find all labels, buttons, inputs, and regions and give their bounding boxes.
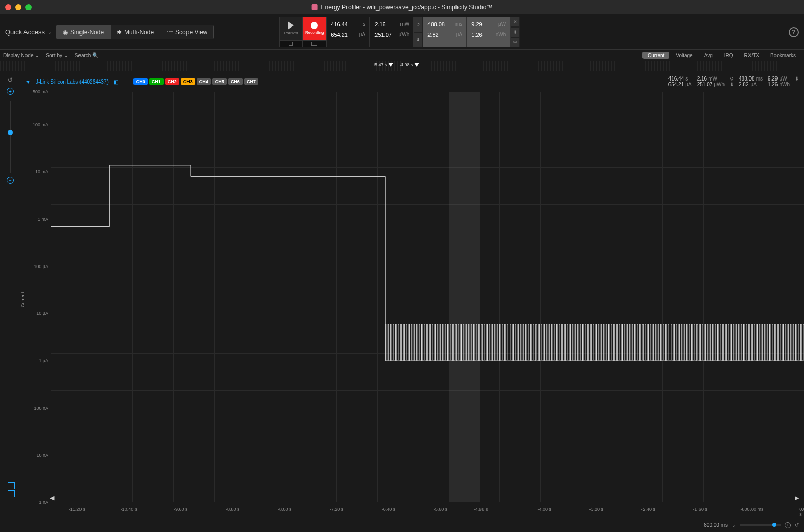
- recording-label: Recording: [305, 30, 324, 35]
- y-zoom-slider[interactable]: [10, 101, 11, 173]
- zoom-in-x[interactable]: +: [785, 522, 791, 528]
- wave-icon: 〰: [167, 29, 173, 36]
- y-tick-label: 100 nA: [34, 406, 48, 411]
- multi-node-label: Multi-Node: [124, 29, 154, 36]
- zoom-out-y[interactable]: −: [7, 177, 14, 184]
- device-link[interactable]: J-Link Silicon Labs (440264437): [36, 79, 109, 85]
- y-tick-label: 100 µA: [34, 264, 48, 269]
- single-node-button[interactable]: ◉ Single-Node: [56, 25, 111, 39]
- y-axis-title: Current: [20, 292, 25, 307]
- sel-metrics-2: 9.29µW 1.26nWh: [467, 17, 511, 47]
- y-tick-label: 1 mA: [38, 217, 48, 222]
- sel-power-unit: µW: [498, 21, 506, 27]
- save-icon[interactable]: ⬇: [414, 32, 423, 47]
- channel-ch5[interactable]: CH5: [212, 78, 227, 85]
- chart-header: ▼ J-Link Silicon Labs (440264437) ◧ CH0 …: [20, 71, 804, 92]
- undo-icon[interactable]: ↺: [8, 76, 13, 84]
- window-maximize[interactable]: [25, 4, 32, 10]
- sub-toggle-1[interactable]: [279, 40, 303, 47]
- x-tick-label: -1.60 s: [693, 507, 707, 512]
- x-tick-label: -7.20 s: [330, 507, 344, 512]
- sel-time-unit: ms: [455, 21, 462, 27]
- zoom-in-y[interactable]: +: [7, 88, 14, 95]
- collapse-triangle-icon[interactable]: ▼: [25, 79, 31, 85]
- marker-triangle-icon: [388, 63, 393, 67]
- sort-by-menu[interactable]: Sort by ⌄: [46, 52, 67, 58]
- main-energy-val: 251.07: [374, 32, 392, 38]
- record-icon: [311, 22, 318, 29]
- metrics-current-energy: 2.16mW 251.07µWh: [370, 17, 414, 47]
- channel-ch6[interactable]: CH6: [228, 78, 243, 85]
- y-toggle-2[interactable]: [8, 482, 15, 489]
- play-icon: [288, 21, 294, 30]
- clip-sel-icon[interactable]: ✂: [511, 37, 520, 47]
- channel-ch0[interactable]: CH0: [133, 78, 148, 85]
- x-tick-label: -8.80 s: [226, 507, 240, 512]
- search-button[interactable]: Search 🔍: [75, 52, 98, 58]
- scroll-right-icon[interactable]: ▶: [795, 495, 799, 501]
- x-tick-label: -4.98 s: [474, 507, 488, 512]
- main-time-unit: s: [363, 21, 365, 27]
- tab-bookmarks[interactable]: Bookmarks: [765, 52, 801, 59]
- tab-voltage[interactable]: Voltage: [671, 52, 698, 59]
- x-zoom-slider[interactable]: [740, 524, 781, 526]
- chevron-down-icon[interactable]: ⌄: [732, 522, 736, 528]
- header-metrics: 416.44 s654.21 µA 2.16 mW251.07 µWh ↺⬇ 4…: [668, 76, 799, 87]
- play-button[interactable]: Paused: [279, 17, 303, 40]
- y-toggle-1[interactable]: [8, 490, 15, 497]
- y-axis-controls: ↺ + −: [0, 71, 20, 518]
- scroll-left-icon[interactable]: ◀: [50, 495, 54, 501]
- main-chart-area: ↺ + − ▼ J-Link Silicon Labs (440264437) …: [0, 71, 804, 518]
- multi-node-button[interactable]: ✱ Multi-Node: [111, 25, 160, 39]
- close-sel-icon[interactable]: ✕: [511, 17, 520, 27]
- scope-view-button[interactable]: 〰 Scope View: [160, 25, 214, 39]
- record-button[interactable]: Recording: [303, 17, 326, 40]
- main-power-unit: mW: [400, 21, 409, 27]
- y-tick-label: 500 mA: [33, 89, 48, 94]
- tab-irq[interactable]: IRQ: [719, 52, 738, 59]
- channel-ch3[interactable]: CH3: [181, 78, 195, 85]
- sub-toggle-2[interactable]: [303, 40, 326, 47]
- x-tick-label: -6.40 s: [382, 507, 396, 512]
- tab-avg[interactable]: Avg: [699, 52, 718, 59]
- app-icon: [312, 4, 318, 10]
- x-tick-label: 0.00 s: [799, 507, 804, 517]
- display-node-menu[interactable]: Display Node ⌄: [3, 52, 39, 58]
- sel-current-val: 2.82: [427, 32, 438, 38]
- plot-area[interactable]: [51, 92, 804, 502]
- channel-ch7[interactable]: CH7: [244, 78, 258, 85]
- x-tick-label: -5.60 s: [434, 507, 448, 512]
- channel-ch4[interactable]: CH4: [197, 78, 211, 85]
- reset-zoom-icon[interactable]: ↺: [795, 522, 799, 528]
- sel-energy-val: 1.26: [471, 32, 482, 38]
- tab-current[interactable]: Current: [642, 52, 669, 59]
- current-trace: [51, 92, 804, 502]
- channel-ch2[interactable]: CH2: [165, 78, 179, 85]
- x-tick-label: -10.40 s: [121, 507, 138, 512]
- channel-ch1[interactable]: CH1: [149, 78, 164, 85]
- metrics-time-power: 416.44s 654.21µA: [326, 17, 370, 47]
- single-node-label: Single-Node: [70, 29, 104, 36]
- reset-icon[interactable]: ↺: [414, 17, 423, 32]
- target-icon: ◉: [63, 29, 68, 36]
- y-tick-label: 10 mA: [35, 169, 48, 174]
- window-minimize[interactable]: [15, 4, 21, 10]
- ruler-marker-1[interactable]: -5.47 s: [373, 62, 393, 67]
- marker-triangle-icon: [414, 63, 419, 67]
- chart-container: ▼ J-Link Silicon Labs (440264437) ◧ CH0 …: [20, 71, 804, 518]
- window-title: Energy Profiler - wifi_powersave_jcc/app…: [321, 4, 493, 11]
- y-axis-labels: Current 500 mA100 mA10 mA1 mA100 µA10 µA…: [20, 92, 51, 502]
- quick-access-menu[interactable]: Quick Access ⌄: [5, 28, 52, 36]
- tab-rxtx[interactable]: RX/TX: [739, 52, 764, 59]
- window-close[interactable]: [5, 4, 11, 10]
- time-ruler[interactable]: -5.47 s -4.98 s: [0, 61, 804, 71]
- save-sel-icon[interactable]: ⬇: [511, 27, 520, 37]
- ruler-marker-2[interactable]: -4.98 s: [399, 62, 419, 67]
- help-button[interactable]: ?: [789, 27, 799, 37]
- titlebar: Energy Profiler - wifi_powersave_jcc/app…: [0, 0, 804, 14]
- x-tick-label: -3.20 s: [589, 507, 604, 512]
- chevron-down-icon: ⌄: [48, 29, 52, 35]
- main-energy-unit: µWh: [399, 32, 410, 37]
- main-current-val: 654.21: [331, 32, 348, 38]
- x-tick-label: -8.00 s: [278, 507, 292, 512]
